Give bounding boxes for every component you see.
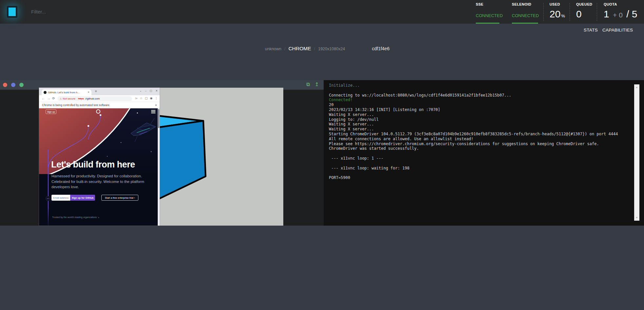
stat-used-value: 20 [550, 9, 560, 19]
vnc-screen[interactable]: GitHub: Let's build from h... ✕ + ⌄ – ▢ … [39, 88, 283, 226]
log-line: --- x11vnc loop: 1 --- [329, 156, 630, 161]
upload-icon[interactable]: ↥ [315, 81, 319, 87]
session-id: cdf1f4e6 [372, 46, 390, 51]
tab-search-icon[interactable]: ⌄ [140, 89, 142, 92]
close-icon[interactable]: ✕ [155, 89, 158, 92]
stat-used-unit: % [561, 13, 565, 18]
code-icon: <> [46, 196, 50, 201]
minimize-icon[interactable]: – [145, 89, 146, 92]
forward-icon[interactable]: → [47, 97, 50, 100]
stat-quota: QUOTA 1 + 0 / 5 [604, 0, 644, 24]
github-signup-top-button[interactable]: Sign up [46, 109, 56, 114]
stat-sse-label: SSE [476, 2, 483, 6]
chrome-tab-title: GitHub: Let's build from h... [48, 91, 86, 94]
copy-icon[interactable]: ⧉ [306, 81, 310, 87]
stat-quota-pending: + 0 [613, 11, 623, 19]
stat-quota-total: / 5 [626, 9, 637, 19]
back-icon[interactable]: ← [42, 97, 45, 100]
github-hero-subheading: Harnessed for productivity. Designed for… [51, 173, 148, 190]
session-resolution: 1920x1080x24 [318, 47, 345, 51]
log-line: 20 [329, 102, 630, 107]
session-log-panel[interactable]: Initialize... Connecting to ws://localho… [324, 80, 644, 226]
github-logo-icon[interactable] [96, 109, 100, 114]
log-output: Initialize... Connecting to ws://localho… [329, 83, 630, 180]
stat-used-label: USED [550, 2, 560, 6]
github-trial-button[interactable]: Start a free enterprise trial › [101, 195, 138, 201]
session-browser: CHROME [289, 46, 311, 52]
top-bar: SSE CONNECTED SELENOID CONNECTED USED 20… [0, 0, 644, 24]
infobar-text: Chrome is being controlled by automated … [42, 103, 110, 107]
session-row[interactable]: unknown / CHROME / 1920x1080x24 cdf1f4e6 [265, 46, 390, 52]
stat-sse: SSE CONNECTED [476, 0, 509, 24]
log-line: Waiting X server... [329, 122, 630, 127]
vnc-panel: ⧉ ↥ GitHub: Let's build from h... ✕ + [0, 80, 324, 226]
reload-icon[interactable]: ⟳ [52, 97, 55, 100]
log-line: Waiting X server... [329, 112, 630, 117]
log-line [329, 161, 630, 166]
github-hero-heading: Let's build from here [51, 160, 135, 170]
log-line [329, 88, 630, 93]
stat-used: USED 20% [550, 0, 569, 24]
github-page: Sign up Let's build from here Harnessed … [39, 108, 160, 226]
session-separator: / [314, 46, 315, 51]
scroll-up-icon[interactable]: ▲ [634, 85, 639, 90]
filter-input[interactable] [31, 7, 169, 16]
app-logo[interactable] [7, 6, 17, 18]
github-signup-row: Sign up for GitHub Start a free enterpri… [51, 195, 138, 201]
menu-icon[interactable]: ⋮ [155, 97, 158, 100]
window-zoom-button[interactable] [19, 83, 24, 87]
not-secure-label: Not secure [63, 97, 75, 100]
url-divider: | [76, 97, 77, 100]
infobar-close-icon[interactable]: ✕ [155, 102, 157, 108]
browser-scrollbar-thumb[interactable] [158, 109, 159, 128]
chrome-tabstrip: GitHub: Let's build from h... ✕ + ⌄ – ▢ … [39, 88, 160, 95]
stat-divider [543, 3, 544, 21]
log-line: Starting ChromeDriver 104.0.5112.79 (3cf… [329, 132, 630, 137]
stat-quota-current: 1 [604, 9, 609, 19]
url-text: ://github.com [85, 97, 100, 100]
window-close-button[interactable] [3, 83, 7, 87]
stat-queued-label: QUEUED [576, 2, 592, 6]
browser-scrollbar[interactable] [158, 108, 160, 226]
log-line: ChromeDriver was started successfully. [329, 146, 630, 151]
stat-selenoid-value: CONNECTED [512, 13, 539, 18]
window-minimize-button[interactable] [11, 83, 15, 87]
new-tab-button[interactable]: + [95, 89, 97, 94]
chrome-toolbar: ← → ⟳ ⚠ Not secure | https ://github.com… [39, 95, 160, 102]
profile-avatar-icon[interactable]: ◉ [150, 97, 152, 100]
log-line: --- x11vnc loop: waiting for: 198 [329, 166, 630, 171]
hamburger-menu-icon[interactable] [151, 110, 155, 114]
log-line: 2023/02/13 14:32:16 [INIT] [Listening on… [329, 107, 630, 112]
stat-divider [597, 3, 597, 21]
github-trusted-line: Trusted by the world's leading organizat… [52, 216, 99, 219]
tab-close-icon[interactable]: ✕ [88, 91, 90, 94]
stat-sse-value: CONNECTED [476, 13, 503, 18]
log-line [329, 151, 630, 156]
log-line: Waiting X server... [329, 127, 630, 132]
log-line: Connected! [329, 98, 630, 102]
scroll-down-icon[interactable]: ▼ [634, 215, 639, 220]
log-line: Connecting to ws://localhost:8080/ws/log… [329, 93, 630, 98]
chrome-tab[interactable]: GitHub: Let's build from h... ✕ [42, 89, 91, 95]
warning-icon: ⚠ [60, 98, 62, 100]
github-signup-button[interactable]: Sign up for GitHub [70, 195, 95, 201]
decorative-line [48, 149, 49, 226]
bookmark-star-icon[interactable]: ☆ [140, 97, 143, 100]
share-icon[interactable]: ⌲ [135, 97, 138, 100]
tab-stats[interactable]: STATS [584, 28, 598, 33]
side-panel-icon[interactable]: ▢ [145, 97, 148, 100]
session-user: unknown [265, 47, 281, 51]
remote-chrome-window: GitHub: Let's build from h... ✕ + ⌄ – ▢ … [39, 88, 160, 226]
log-line: Initialize... [329, 83, 630, 88]
log-line: Please see https://chromedriver.chromium… [329, 142, 630, 146]
log-scrollbar[interactable]: ▲ ▼ [634, 84, 639, 221]
stat-quota-label: QUOTA [604, 2, 617, 6]
tab-capabilities[interactable]: CAPABILITIES [602, 28, 633, 33]
log-line: Logging to: /dev/null [329, 117, 630, 122]
stat-queued-value: 0 [576, 9, 582, 20]
log-line: PORT=5900 [329, 175, 630, 180]
github-email-field[interactable] [51, 195, 70, 201]
maximize-icon[interactable]: ▢ [150, 89, 152, 92]
url-bar[interactable]: ⚠ Not secure | https ://github.com [57, 96, 132, 101]
stat-selenoid-underline [512, 23, 538, 24]
